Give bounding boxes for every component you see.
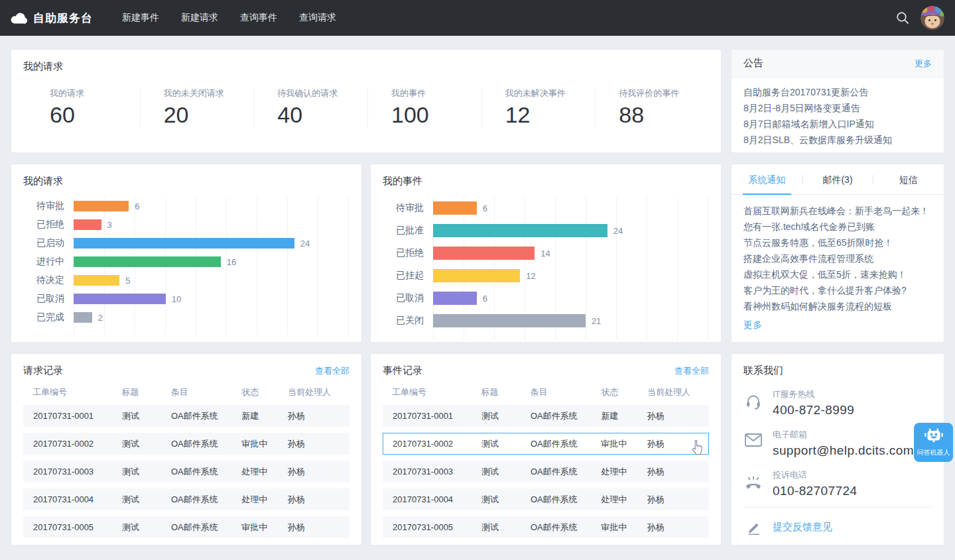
chart-title: 我的请求 (23, 175, 350, 188)
chart-value-label: 21 (592, 316, 601, 326)
nav-item-1[interactable]: 新建请求 (181, 12, 218, 24)
contact-entry-text: 电子邮箱support@help.dcits.com (773, 429, 914, 458)
table-cell: 测试 (481, 410, 531, 422)
chart-value-label: 24 (300, 239, 310, 249)
chart-bar (74, 219, 101, 230)
announcement-item[interactable]: 8月7日邮箱域名新增入口IP通知 (743, 116, 932, 132)
chart-bar-row: 16 (74, 252, 350, 271)
announcement-item[interactable]: 8月2日SLB、云数据库服务升级通知 (743, 132, 932, 148)
chatbot-button[interactable]: 问答机器人 (914, 423, 953, 462)
notification-item[interactable]: 客户为王的时代，拿什么提升客户体验? (743, 282, 932, 298)
notification-item[interactable]: 首届互联网新兵在线峰会：新手老鸟一起来！ (743, 203, 932, 219)
contact-entry-value: 400-872-8999 (773, 403, 854, 418)
table-cell: 审批中 (241, 438, 287, 450)
chart-category-label: 已取消 (383, 287, 424, 309)
announcements-more-link[interactable]: 更多 (915, 58, 932, 70)
column-header: 当前处理人 (288, 386, 340, 398)
notification-item[interactable]: 节点云服务特惠，低至65折限时抢！ (743, 235, 932, 251)
table-cell: OA邮件系统 (171, 522, 241, 533)
column-header: 条目 (171, 386, 242, 398)
notification-item[interactable]: 您有一张.tech域名代金券已到账 (743, 219, 932, 235)
table-cell: 测试 (481, 438, 531, 450)
chart-bar-row: 5 (74, 271, 350, 290)
table-row[interactable]: 20170731-0003测试OA邮件系统处理中孙杨 (383, 461, 709, 482)
table-cell: 审批中 (241, 522, 287, 533)
chart-value-label: 14 (541, 249, 550, 258)
chart-bar (74, 275, 119, 286)
stat-value: 40 (277, 103, 367, 127)
chart-category-label: 已启动 (23, 234, 64, 252)
notification-item[interactable]: 虚拟主机双大促，低至5折，速来抢购！ (743, 266, 932, 282)
tab-1[interactable]: 邮件(3) (802, 164, 873, 194)
contact-entry-text: IT服务热线400-872-8999 (773, 388, 854, 418)
chart-bar (74, 312, 92, 323)
chart-category-label: 待审批 (383, 197, 424, 219)
table-title: 事件记录 (383, 364, 422, 377)
chart-bar (433, 247, 535, 260)
contact-entry-label: 投诉电话 (773, 469, 857, 481)
table-row[interactable]: 20170731-0001测试OA邮件系统新建孙杨 (23, 405, 350, 427)
chart-bar-row: 12 (433, 264, 709, 287)
main-nav: 新建事件新建请求查询事件查询请求 (122, 12, 336, 24)
stat-value: 100 (391, 103, 481, 127)
table-cell: 孙杨 (287, 522, 340, 533)
chart-value-label: 6 (135, 201, 139, 211)
my-requests-chart-panel: 我的请求 待审批已拒绝已启动进行中待决定已取消已完成 6324165102 (11, 164, 362, 343)
view-all-incidents-link[interactable]: 查看全部 (674, 365, 709, 377)
submit-feedback-link[interactable]: 提交反馈意见 (743, 507, 932, 535)
nav-item-2[interactable]: 查询事件 (240, 12, 277, 24)
table-row[interactable]: 20170731-0002测试OA邮件系统审批中孙杨 (23, 433, 350, 455)
stat-block: 我的未解决事件12 (481, 87, 596, 127)
dashboard: 我的请求 我的请求60我的未关闭请求20待我确认的请求40我的事件100我的未解… (0, 36, 955, 545)
table-row[interactable]: 20170731-0003测试OA邮件系统处理中孙杨 (23, 461, 350, 482)
nav-item-3[interactable]: 查询请求 (299, 12, 336, 24)
stat-value: 12 (505, 103, 596, 127)
stat-label: 我的请求 (50, 87, 140, 99)
robot-icon (923, 427, 944, 447)
chart-value-label: 10 (172, 294, 181, 304)
tab-2[interactable]: 短信 (873, 164, 944, 194)
table-cell: 孙杨 (647, 494, 699, 506)
feedback-label: 提交反馈意见 (773, 521, 832, 533)
chart-category-label: 已完成 (23, 308, 64, 327)
table-cell: 孙杨 (287, 494, 340, 506)
chart-value-label: 6 (483, 294, 487, 304)
search-icon[interactable] (895, 11, 910, 25)
table-cell: OA邮件系统 (531, 522, 601, 533)
table-row[interactable]: 20170731-0001测试OA邮件系统新建孙杨 (383, 405, 709, 427)
table-cell: 处理中 (241, 494, 287, 506)
chart-category-label: 已拒绝 (23, 215, 64, 234)
notifications-more-link[interactable]: 更多 (743, 319, 762, 331)
notification-item[interactable]: 看神州数码如何解决服务流程的短板 (743, 298, 932, 314)
view-all-requests-link[interactable]: 查看全部 (315, 365, 350, 377)
table-cell: 测试 (481, 522, 531, 533)
chart-bar (433, 224, 607, 237)
table-cell: 20170731-0004 (33, 494, 122, 504)
chart-value-label: 12 (526, 271, 535, 281)
table-row[interactable]: 20170731-0004测试OA邮件系统处理中孙杨 (383, 488, 709, 510)
contact-entry-label: IT服务热线 (773, 388, 854, 400)
notification-item[interactable]: 搭建企业高效事件流程管理系统 (743, 251, 932, 266)
column-header: 当前处理人 (647, 386, 700, 398)
announcement-item[interactable]: 自助服务台20170731更新公告 (743, 84, 932, 100)
table-row[interactable]: 20170731-0002测试OA邮件系统审批中孙杨 (383, 433, 709, 455)
nav-item-0[interactable]: 新建事件 (122, 12, 159, 24)
table-row[interactable]: 20170731-0005测试OA邮件系统审批中孙杨 (23, 516, 350, 538)
table-cell: 审批中 (601, 522, 647, 533)
stat-value: 20 (164, 103, 254, 127)
table-row[interactable]: 20170731-0004测试OA邮件系统处理中孙杨 (23, 488, 350, 510)
user-avatar[interactable] (921, 6, 944, 30)
tab-0[interactable]: 系统通知 (732, 164, 802, 194)
chart-category-label: 已批准 (383, 219, 424, 242)
table-row[interactable]: 20170731-0005测试OA邮件系统审批中孙杨 (383, 516, 709, 538)
chart-bar-row: 10 (74, 290, 350, 308)
table-cell: 20170731-0005 (33, 522, 122, 532)
announcement-item[interactable]: 8月2日-8月5日网络变更通告 (743, 100, 932, 116)
stats-panel-title: 我的请求 (23, 60, 709, 73)
stat-label: 我的事件 (391, 87, 481, 99)
chart-category-axis: 待审批已批准已拒绝已挂起已取消已关闭 (383, 197, 424, 340)
table-cell: OA邮件系统 (171, 438, 241, 450)
chart-value-label: 6 (483, 203, 487, 213)
chart-bar (433, 201, 477, 215)
stat-block: 待我确认的请求40 (253, 87, 367, 127)
